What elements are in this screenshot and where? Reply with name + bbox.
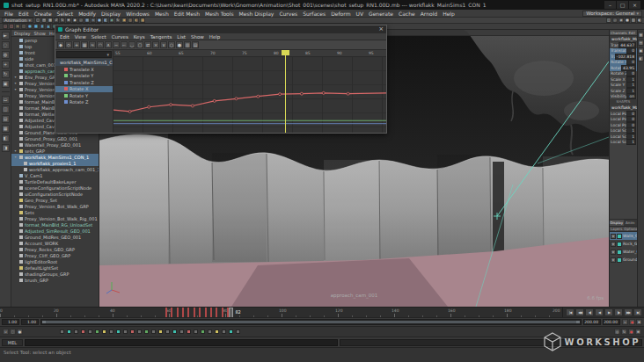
anti-aliasing-icon[interactable]: ▨ xyxy=(631,18,636,23)
layer-visibility-toggle[interactable]: V xyxy=(611,250,616,255)
outliner-item[interactable]: Proxy_Version_Bot_Walk_GRP xyxy=(11,203,99,209)
outliner-item[interactable]: lightEditorRoot xyxy=(11,258,99,264)
keyframe-point[interactable] xyxy=(235,98,238,100)
playback-chip[interactable] xyxy=(229,329,233,334)
playback-chip[interactable] xyxy=(67,329,71,334)
two-pane-side-layout-icon[interactable]: ◫ xyxy=(2,105,10,113)
menu-mesh-tools[interactable]: Mesh Tools xyxy=(202,11,236,17)
open-render-view-icon[interactable]: ▣ xyxy=(121,18,127,23)
menu-mesh-display[interactable]: Mesh Display xyxy=(237,11,277,17)
step-back-one-frame-button[interactable]: ◀| xyxy=(585,308,594,316)
outliner-item[interactable]: Proxy_Version_Bot_Walk_Rig_001 xyxy=(11,215,99,221)
playback-chip[interactable] xyxy=(60,329,64,334)
menu-modify[interactable]: Modify xyxy=(76,11,99,17)
keyframe-point[interactable] xyxy=(148,105,150,108)
graph-channel-item[interactable]: Rotate Y xyxy=(55,92,113,99)
rotate-tool-icon[interactable]: ↻ xyxy=(2,70,10,78)
graph-editor-curve-area[interactable]: 556065707580859095 xyxy=(113,50,386,133)
mute-anim-layer-icon[interactable]: ◌ xyxy=(10,329,16,335)
menu-uv[interactable]: UV xyxy=(354,11,367,17)
play-forwards-button[interactable]: ▶ xyxy=(604,308,613,316)
anim-layer-weight-icon[interactable]: ∪ xyxy=(3,329,9,335)
outliner-item[interactable]: Waterfall_Proxy_GEO_001 xyxy=(11,141,99,148)
outliner-item[interactable]: workflakk_proxies1_1 xyxy=(11,160,99,166)
solo-anim-layer-icon[interactable]: ● xyxy=(17,329,23,335)
graph-editor-canvas[interactable] xyxy=(113,57,386,133)
outliner-item[interactable]: V_Cam1 xyxy=(11,172,99,178)
graph-channel-item[interactable]: Rotate Z xyxy=(55,99,113,106)
swap-buffer-curve-icon[interactable]: ⇄ xyxy=(144,41,151,48)
graph-channel-item[interactable]: Rotate X xyxy=(55,86,113,93)
close-button[interactable]: × xyxy=(629,1,640,9)
clamped-tangents-icon[interactable]: ◠ xyxy=(97,41,104,48)
symmetry-icon[interactable]: ◫ xyxy=(606,18,611,23)
graph-playhead[interactable] xyxy=(285,50,286,133)
xray-icon[interactable]: ◇ xyxy=(612,18,618,23)
break-tangents-icon[interactable]: × xyxy=(152,41,159,48)
channel-attribute-row[interactable]: Local Scale Z1 xyxy=(610,140,637,146)
menu-select[interactable]: Select xyxy=(55,11,77,17)
move-nearest-picked-key-icon[interactable]: ◆ xyxy=(57,41,64,48)
animation-curves[interactable] xyxy=(113,57,386,133)
keyframe-point[interactable] xyxy=(322,91,325,94)
go-to-end-button[interactable]: ▶| xyxy=(633,308,642,316)
outliner-item[interactable]: ▾workflakk_MainSims1_CON_1 xyxy=(11,154,99,160)
playback-chip[interactable] xyxy=(123,329,128,334)
playback-chip[interactable] xyxy=(158,329,163,334)
nurbs-sphere-icon[interactable]: ● xyxy=(27,24,33,29)
lattice-deform-keys-icon[interactable]: ▦ xyxy=(81,41,88,48)
auto-keyframe-toggle[interactable]: ● xyxy=(629,319,635,325)
keyframe-point[interactable] xyxy=(213,99,216,102)
ep-curve-icon[interactable]: ≈ xyxy=(15,24,20,29)
attribute-value[interactable]: 1 xyxy=(626,139,636,145)
keyframe-point[interactable] xyxy=(191,105,194,107)
render-settings-icon[interactable]: ▩ xyxy=(140,18,145,23)
graph-editor-root-node[interactable]: workflakk_MainSims1_CON_1 xyxy=(55,59,113,66)
outliner-item[interactable]: TurtleDefaultBakeLayer xyxy=(11,178,99,185)
graph-editor-menu-help[interactable]: Help xyxy=(207,34,223,40)
nurbs-cone-icon[interactable]: ▲ xyxy=(46,24,51,29)
free-tangent-weight-icon[interactable]: ○ xyxy=(168,41,175,48)
playback-chip[interactable] xyxy=(194,329,198,334)
layer-tab-anim[interactable]: Anim xyxy=(624,220,638,226)
character-set-selector-icon[interactable]: ∪ xyxy=(622,319,628,325)
menu-edit[interactable]: Edit xyxy=(16,11,32,17)
select-by-component-icon[interactable]: ◇ xyxy=(78,18,84,23)
outliner-item[interactable]: brush_GRP xyxy=(11,277,99,283)
ipr-render-icon[interactable]: ◐ xyxy=(134,18,139,23)
flat-tangents-icon[interactable]: − xyxy=(113,41,120,48)
snap-to-grid-icon[interactable]: ▦ xyxy=(84,18,90,23)
layer-color-swatch[interactable] xyxy=(617,250,622,255)
playback-chip[interactable] xyxy=(144,329,149,334)
playback-chip[interactable] xyxy=(187,329,191,334)
outliner-item[interactable]: defaultLightSet xyxy=(11,264,99,271)
layer-color-swatch[interactable] xyxy=(617,257,622,263)
open-scene-icon[interactable]: ▤ xyxy=(41,18,47,23)
playback-chip[interactable] xyxy=(74,329,78,334)
playback-chip[interactable] xyxy=(222,329,226,334)
snap-to-point-icon[interactable]: ● xyxy=(97,18,102,23)
channel-box-tab-icon[interactable]: ▦ xyxy=(638,32,644,38)
outliner-item[interactable]: Sets xyxy=(11,209,99,215)
pencil-curve-icon[interactable]: ◌ xyxy=(21,24,26,29)
outliner-item[interactable]: workflakk_approach_cam_001_1 xyxy=(11,166,99,172)
linear-tangents-icon[interactable]: ∧ xyxy=(105,41,112,48)
maximize-button[interactable]: ▢ xyxy=(617,1,628,9)
plateau-tangents-icon[interactable]: ◡ xyxy=(128,41,135,48)
outliner-item[interactable]: Proxy_Cliff_GEO_GRP xyxy=(11,252,99,258)
menu-create[interactable]: Create xyxy=(32,11,55,17)
command-line-input[interactable] xyxy=(25,339,338,346)
playback-chip[interactable] xyxy=(95,329,99,334)
step-back-one-key-button[interactable]: ◀◀ xyxy=(575,308,584,316)
outliner-item[interactable]: uiConfigurationScriptNode xyxy=(11,191,99,197)
lock-tangent-weight-icon[interactable]: ● xyxy=(176,41,183,48)
playback-chip[interactable] xyxy=(201,329,205,334)
nurbs-cube-icon[interactable]: ■ xyxy=(33,24,39,29)
select-tool-icon[interactable]: ► xyxy=(2,32,10,40)
graph-editor-filter-field[interactable]: ▾ xyxy=(56,51,112,58)
playback-chip[interactable] xyxy=(130,329,135,334)
lasso-tool-icon[interactable]: ◌ xyxy=(2,41,10,49)
outliner-item[interactable]: Account_WORK xyxy=(11,240,99,246)
outliner-item[interactable]: ▾sets_GRP xyxy=(11,148,99,154)
playback-chip[interactable] xyxy=(165,329,170,334)
